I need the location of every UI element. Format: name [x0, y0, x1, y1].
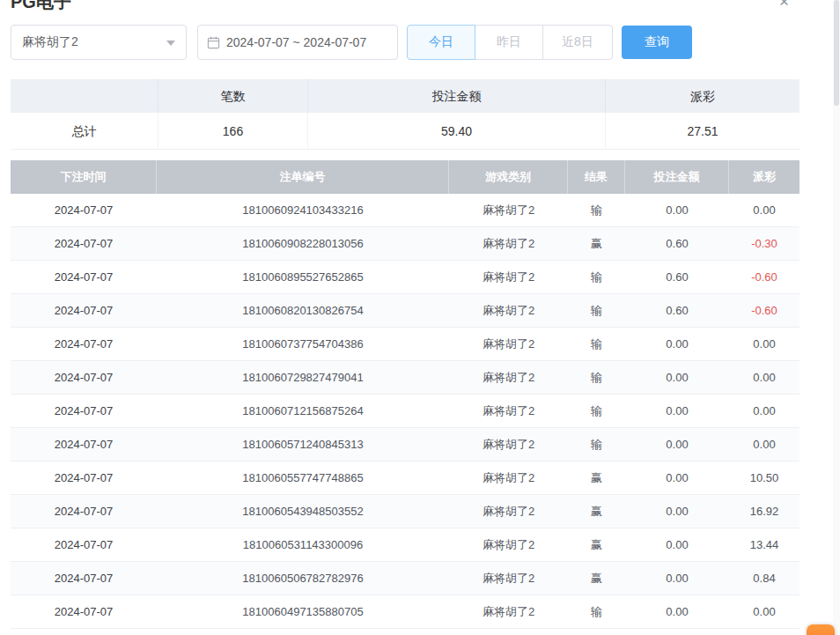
quick-button-2[interactable]: 近8日	[542, 25, 613, 60]
cell-id: 1810060924103433216	[157, 203, 449, 217]
cell-result: 输	[568, 203, 625, 218]
records-table: 下注时间注单编号游戏类别结果投注金额派彩 2024-07-07181006092…	[11, 160, 799, 629]
table-row: 2024-07-071810060531143300096麻将胡了2赢0.001…	[11, 528, 799, 562]
quick-button-1[interactable]: 昨日	[475, 25, 543, 60]
summary-total-bet: 59.40	[308, 113, 606, 150]
table-row: 2024-07-071810060543948503552麻将胡了2赢0.001…	[11, 495, 799, 528]
cell-id: 1810060543948503552	[157, 505, 449, 518]
cell-time: 2024-07-07	[11, 538, 157, 551]
cell-time: 2024-07-07	[11, 371, 157, 384]
game-select[interactable]: 麻将胡了2	[11, 25, 187, 60]
page-title: PG电子	[11, 0, 71, 14]
cell-time: 2024-07-07	[11, 304, 157, 317]
cell-time: 2024-07-07	[11, 203, 157, 217]
table-row: 2024-07-071810060737754704386麻将胡了2输0.000…	[11, 328, 799, 361]
cell-id: 1810060712156875264	[157, 404, 449, 417]
cell-payout: 0.00	[729, 438, 799, 451]
cell-result: 输	[568, 370, 625, 386]
betting-records-page: PG电子 × 麻将胡了2 2024-07-07 ~ 2024-07-07	[0, 0, 840, 635]
table-header-cell: 注单编号	[157, 160, 449, 194]
cell-id: 1810060531143300096	[157, 538, 449, 551]
cell-game: 麻将胡了2	[449, 203, 568, 218]
cell-bet: 0.00	[625, 572, 729, 585]
game-select-value: 麻将胡了2	[22, 34, 78, 50]
summary-total-label: 总计	[11, 113, 158, 150]
table-row: 2024-07-071810060908228013056麻将胡了2赢0.60-…	[11, 227, 799, 261]
scrollbar-track[interactable]	[833, 0, 840, 635]
cell-time: 2024-07-07	[11, 270, 157, 284]
chevron-down-icon	[166, 41, 175, 46]
cell-game: 麻将胡了2	[449, 604, 568, 620]
cell-payout: 13.44	[729, 538, 799, 551]
cell-game: 麻将胡了2	[449, 537, 568, 553]
summary-header-cell	[11, 79, 158, 113]
table-row: 2024-07-071810060712156875264麻将胡了2输0.000…	[11, 395, 799, 428]
table-header-cell: 下注时间	[11, 160, 157, 194]
cell-bet: 0.60	[625, 270, 729, 284]
calendar-icon	[207, 36, 220, 49]
cell-payout: 0.84	[729, 572, 799, 585]
summary-total-payout: 27.51	[606, 113, 799, 150]
cell-bet: 0.00	[625, 371, 729, 384]
cell-game: 麻将胡了2	[449, 470, 568, 486]
cell-bet: 0.00	[625, 404, 729, 417]
cell-result: 输	[568, 270, 625, 285]
date-range-value: 2024-07-07 ~ 2024-07-07	[226, 35, 366, 49]
cell-payout: 16.92	[729, 505, 799, 518]
cell-bet: 0.60	[625, 304, 729, 317]
cell-result: 赢	[568, 571, 625, 587]
cell-game: 麻将胡了2	[449, 270, 568, 285]
cell-id: 1810060908228013056	[157, 237, 449, 250]
query-button[interactable]: 查询	[622, 26, 692, 59]
table-row: 2024-07-071810060924103433216麻将胡了2输0.000…	[11, 194, 799, 227]
cell-payout: -0.60	[729, 270, 799, 284]
summary-table: 笔数投注金额派彩 总计 166 59.40 27.51	[11, 79, 799, 150]
filter-bar: 麻将胡了2 2024-07-07 ~ 2024-07-07 今日昨日近8日 查询	[11, 25, 799, 60]
cell-game: 麻将胡了2	[449, 571, 568, 587]
cell-id: 1810060571240845313	[157, 438, 449, 451]
table-row: 2024-07-071810060497135880705麻将胡了2输0.000…	[11, 595, 799, 629]
cell-result: 赢	[568, 504, 625, 520]
table-header-cell: 游戏类别	[449, 160, 568, 194]
cell-payout: 0.00	[729, 404, 799, 417]
table-row: 2024-07-071810060571240845313麻将胡了2输0.000…	[11, 428, 799, 461]
table-row: 2024-07-071810060820130826754麻将胡了2输0.60-…	[11, 294, 799, 328]
table-header-cell: 派彩	[729, 160, 799, 194]
cell-time: 2024-07-07	[11, 505, 157, 518]
cell-game: 麻将胡了2	[449, 336, 568, 352]
cell-id: 1810060729827479041	[157, 371, 449, 384]
cell-payout: 10.50	[729, 471, 799, 484]
summary-total-count: 166	[158, 113, 308, 150]
cell-result: 赢	[568, 236, 625, 252]
cell-payout: 0.00	[729, 203, 799, 217]
cell-bet: 0.00	[625, 203, 729, 217]
cell-bet: 0.60	[625, 237, 729, 250]
topbar: PG电子 ×	[11, 0, 840, 18]
cell-id: 1810060820130826754	[157, 304, 449, 317]
cell-time: 2024-07-07	[11, 404, 157, 417]
cell-time: 2024-07-07	[11, 572, 157, 585]
quick-button-0[interactable]: 今日	[407, 25, 475, 60]
scrollbar-thumb[interactable]	[834, 0, 839, 106]
table-header-cell: 投注金额	[625, 160, 729, 194]
cell-id: 1810060557747748865	[157, 471, 449, 484]
cell-payout: 0.00	[729, 605, 799, 618]
cell-time: 2024-07-07	[11, 438, 157, 451]
support-widget-icon[interactable]	[807, 624, 835, 635]
table-row: 2024-07-071810060729827479041麻将胡了2输0.000…	[11, 361, 799, 395]
summary-header-row: 笔数投注金额派彩	[11, 79, 799, 113]
cell-time: 2024-07-07	[11, 471, 157, 484]
cell-payout: -0.60	[729, 304, 799, 317]
date-range-picker[interactable]: 2024-07-07 ~ 2024-07-07	[197, 25, 398, 60]
table-row: 2024-07-071810060895527652865麻将胡了2输0.60-…	[11, 261, 799, 294]
cell-payout: -0.30	[729, 237, 799, 250]
cell-time: 2024-07-07	[11, 237, 157, 250]
cell-result: 输	[568, 604, 625, 620]
table-header-cell: 结果	[568, 160, 625, 194]
cell-time: 2024-07-07	[11, 605, 157, 618]
table-header-row: 下注时间注单编号游戏类别结果投注金额派彩	[11, 160, 799, 194]
cell-game: 麻将胡了2	[449, 504, 568, 520]
cell-game: 麻将胡了2	[449, 303, 568, 319]
cell-id: 1810060895527652865	[157, 270, 449, 284]
close-icon[interactable]: ×	[779, 0, 789, 11]
